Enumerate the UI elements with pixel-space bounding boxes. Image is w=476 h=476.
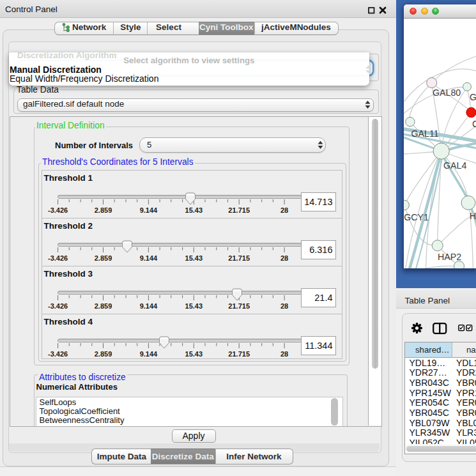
- svg-text:HAP2: HAP2: [438, 252, 461, 262]
- svg-text:GA: GA: [470, 92, 476, 102]
- svg-text:GAL4: GAL4: [443, 160, 466, 171]
- svg-text:GAL11: GAL11: [411, 128, 438, 139]
- svg-text:HI: HI: [470, 211, 476, 221]
- svg-text:GAL80: GAL80: [433, 88, 461, 98]
- svg-text:CD: CD: [472, 119, 476, 129]
- svg-text:GCY1: GCY1: [404, 212, 429, 222]
